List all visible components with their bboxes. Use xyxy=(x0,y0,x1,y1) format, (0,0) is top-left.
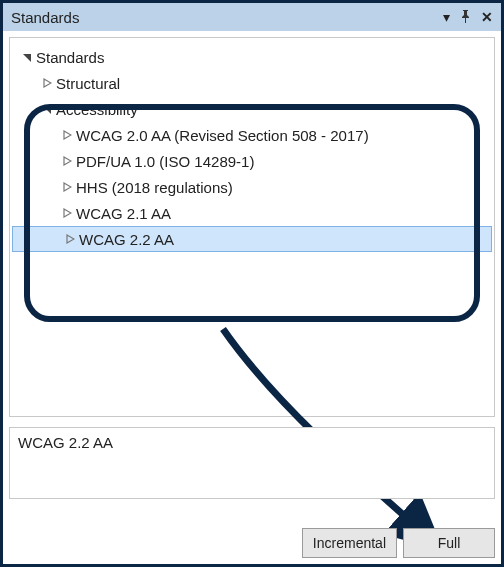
button-row: Incremental Full xyxy=(302,528,495,558)
tree-node-item[interactable]: WCAG 2.2 AA xyxy=(12,226,492,252)
chevron-down-icon[interactable] xyxy=(40,104,54,114)
tree-label: Accessibility xyxy=(54,101,138,118)
selected-standard-text: WCAG 2.2 AA xyxy=(18,434,113,451)
tree-node-item[interactable]: WCAG 2.0 AA (Revised Section 508 - 2017) xyxy=(10,122,494,148)
window-controls: ▾ ✕ xyxy=(443,10,493,25)
chevron-right-icon[interactable] xyxy=(60,182,74,192)
standards-panel: Standards ▾ ✕ Standards xyxy=(0,0,504,567)
tree-node-item[interactable]: HHS (2018 regulations) xyxy=(10,174,494,200)
tree-node-item[interactable]: WCAG 2.1 AA xyxy=(10,200,494,226)
titlebar: Standards ▾ ✕ xyxy=(3,3,501,31)
panel-title: Standards xyxy=(11,9,79,26)
incremental-button[interactable]: Incremental xyxy=(302,528,397,558)
tree-node-structural[interactable]: Structural xyxy=(10,70,494,96)
tree-node-standards[interactable]: Standards xyxy=(10,44,494,70)
tree-panel: Standards Structural Accessibility WCAG … xyxy=(9,37,495,417)
tree-node-item[interactable]: PDF/UA 1.0 (ISO 14289-1) xyxy=(10,148,494,174)
detail-panel: WCAG 2.2 AA xyxy=(9,427,495,499)
tree-node-accessibility[interactable]: Accessibility xyxy=(10,96,494,122)
chevron-right-icon[interactable] xyxy=(63,234,77,244)
standards-tree[interactable]: Standards Structural Accessibility WCAG … xyxy=(10,38,494,252)
chevron-right-icon[interactable] xyxy=(40,78,54,88)
chevron-right-icon[interactable] xyxy=(60,130,74,140)
pin-icon[interactable] xyxy=(460,10,471,25)
full-button[interactable]: Full xyxy=(403,528,495,558)
content-area: Standards Structural Accessibility WCAG … xyxy=(3,31,501,564)
chevron-right-icon[interactable] xyxy=(60,156,74,166)
tree-label: Standards xyxy=(34,49,104,66)
chevron-right-icon[interactable] xyxy=(60,208,74,218)
tree-label: WCAG 2.2 AA xyxy=(77,231,174,248)
dropdown-icon[interactable]: ▾ xyxy=(443,10,450,24)
tree-label: PDF/UA 1.0 (ISO 14289-1) xyxy=(74,153,254,170)
tree-label: WCAG 2.0 AA (Revised Section 508 - 2017) xyxy=(74,127,369,144)
tree-label: HHS (2018 regulations) xyxy=(74,179,233,196)
tree-label: Structural xyxy=(54,75,120,92)
chevron-down-icon[interactable] xyxy=(20,52,34,62)
close-icon[interactable]: ✕ xyxy=(481,10,493,24)
tree-label: WCAG 2.1 AA xyxy=(74,205,171,222)
